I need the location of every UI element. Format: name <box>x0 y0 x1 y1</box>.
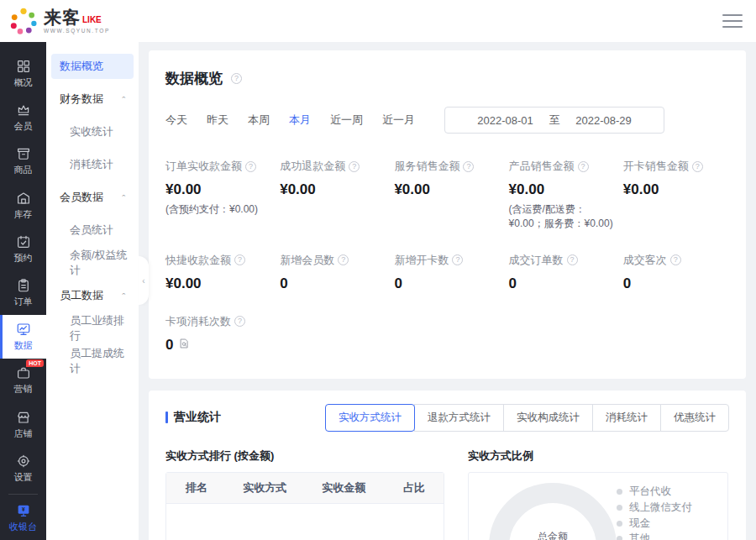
column-method: 实收方式 <box>227 473 302 503</box>
sidebar-item-appointments[interactable]: 预约 <box>0 228 46 271</box>
tab-consumption[interactable]: 消耗统计 <box>592 404 661 432</box>
help-icon[interactable] <box>567 254 578 265</box>
submenu-item-member-stats[interactable]: 会员统计 <box>51 218 134 243</box>
submenu-item-data-overview[interactable]: 数据概览 <box>51 54 134 79</box>
sidebar-item-data[interactable]: 数据 <box>0 315 46 359</box>
tab-income-method[interactable]: 实收方式统计 <box>325 404 415 432</box>
ranking-title: 实收方式排行 (按金额) <box>165 448 444 464</box>
chevron-up-icon: ⌃ <box>120 292 127 299</box>
help-icon[interactable] <box>234 316 245 327</box>
submenu-group-member-data[interactable]: 会员数据 ⌃ <box>51 185 134 210</box>
sidebar-item-settings[interactable]: 设置 <box>0 447 46 490</box>
filter-today[interactable]: 今天 <box>165 113 187 128</box>
sidebar-item-members[interactable]: 会员 <box>0 96 46 139</box>
submenu-group-staff-data[interactable]: 员工数据 ⌃ <box>51 283 134 308</box>
page-title: 数据概览 <box>165 69 223 88</box>
cashier-icon: ¥ <box>16 503 31 518</box>
stat-new-members: 新增会员数 0 <box>280 253 386 292</box>
help-icon[interactable] <box>463 161 474 172</box>
help-icon[interactable] <box>231 73 242 84</box>
submenu-item-consumption-stats[interactable]: 消耗统计 <box>51 152 134 177</box>
filter-this-week[interactable]: 本周 <box>248 113 270 128</box>
column-amount: 实收金额 <box>302 473 385 503</box>
stats-grid: 订单实收款金额 ¥0.00 (含预约支付：¥0.00) 成功退款金额 ¥0.00… <box>165 159 729 354</box>
filter-last-week[interactable]: 近一周 <box>330 113 363 128</box>
stat-quick-payment: 快捷收款金额 ¥0.00 <box>165 253 271 292</box>
table-header-row: 排名 实收方式 实收金额 占比 <box>166 473 444 504</box>
gear-icon <box>16 453 31 469</box>
business-stats-card: 营业统计 实收方式统计 退款方式统计 实收构成统计 消耗统计 优惠统计 实收方式… <box>149 391 746 540</box>
tab-income-composition[interactable]: 实收构成统计 <box>503 404 593 432</box>
stat-customer-visits: 成交客次 0 <box>623 253 729 292</box>
help-icon[interactable] <box>338 254 349 265</box>
business-tabs: 实收方式统计 退款方式统计 实收构成统计 消耗统计 优惠统计 <box>325 404 729 432</box>
date-end-input[interactable] <box>564 114 644 127</box>
stat-new-cards: 新增开卡数 0 <box>394 253 500 292</box>
submenu-item-income-stats[interactable]: 实收统计 <box>51 119 134 144</box>
chevron-up-icon: ⌃ <box>120 96 127 102</box>
submenu-group-finance-data[interactable]: 财务数据 ⌃ <box>51 87 134 112</box>
legend-dot-icon <box>617 536 622 540</box>
warehouse-icon <box>16 191 31 206</box>
sidebar-item-products[interactable]: 商品 <box>0 139 46 183</box>
proportion-title: 实收方式比例 <box>468 448 728 464</box>
help-icon[interactable] <box>578 161 589 172</box>
rail-divider <box>8 494 38 495</box>
filter-yesterday[interactable]: 昨天 <box>207 113 228 128</box>
legend-item[interactable]: 平台代收 <box>617 485 719 501</box>
submenu-item-balance-stats[interactable]: 余额/权益统计 <box>51 250 134 275</box>
stat-product-sales: 产品销售金额 ¥0.00 (含运费/配送费：¥0.00；服务费：¥0.00) <box>509 159 615 231</box>
sidebar-collapse-handle[interactable]: ‹ <box>139 256 149 305</box>
help-icon[interactable] <box>452 254 463 265</box>
ranking-table: 排名 实收方式 实收金额 占比 暂无数据 <box>165 472 444 540</box>
legend-item[interactable]: 其他 <box>617 531 719 540</box>
date-range-picker[interactable]: 至 <box>444 107 664 134</box>
app-logo: 来客 LIKE WWW.SQYUN.TOP <box>8 6 110 36</box>
filter-this-month[interactable]: 本月 <box>289 113 311 128</box>
stat-refund: 成功退款金额 ¥0.00 <box>280 159 386 231</box>
crown-icon <box>16 102 31 118</box>
section-title: 营业统计 <box>174 410 221 425</box>
help-icon[interactable] <box>245 161 256 172</box>
proportion-chart-panel: 总金额 ¥0.00 平台代收 线上微信支付 现金 其他 微信（记账） 支付宝（记… <box>468 472 728 540</box>
date-separator: 至 <box>549 113 560 128</box>
sidebar-item-shop[interactable]: 店铺 <box>0 403 46 447</box>
legend-dot-icon <box>617 505 622 511</box>
briefcase-icon <box>16 365 31 380</box>
storefront-icon <box>16 410 31 425</box>
tab-discount[interactable]: 优惠统计 <box>660 404 729 432</box>
date-filter-row: 今天 昨天 本周 本月 近一周 近一月 至 <box>165 107 729 134</box>
legend-item[interactable]: 线上微信支付 <box>617 500 719 516</box>
sidebar-item-orders[interactable]: 订单 <box>0 271 46 315</box>
filter-last-month[interactable]: 近一月 <box>382 113 415 128</box>
legend-dot-icon <box>617 489 622 495</box>
brand-suffix: LIKE <box>82 16 102 26</box>
date-start-input[interactable] <box>465 114 546 127</box>
legend-item[interactable]: 现金 <box>617 516 719 532</box>
sidebar-item-inventory[interactable]: 库存 <box>0 184 46 228</box>
svg-text:¥: ¥ <box>22 506 25 512</box>
column-rank: 排名 <box>166 473 227 503</box>
stat-card-consumption: 卡项消耗次数 0 <box>165 314 271 354</box>
empty-state: 暂无数据 <box>166 504 444 540</box>
sidebar-item-marketing[interactable]: HOT 营销 <box>0 359 46 402</box>
income-proportion-panel: 实收方式比例 总金额 ¥0.00 平台代收 线上微信支付 现金 <box>468 448 728 540</box>
help-icon[interactable] <box>670 254 681 265</box>
top-bar: 来客 LIKE WWW.SQYUN.TOP <box>0 0 756 42</box>
tab-refund-method[interactable]: 退款方式统计 <box>414 404 504 432</box>
submenu-item-staff-performance[interactable]: 员工业绩排行 <box>51 316 134 341</box>
help-icon[interactable] <box>692 161 703 172</box>
section-accent-bar <box>165 412 168 423</box>
sidebar-item-cashier[interactable]: ¥ 收银台 <box>0 496 46 540</box>
submenu-item-staff-commission[interactable]: 员工提成统计 <box>51 349 134 374</box>
logo-icon <box>8 6 39 36</box>
help-icon[interactable] <box>349 161 360 172</box>
hot-badge: HOT <box>26 359 44 367</box>
sidebar-item-overview[interactable]: 概况 <box>0 52 46 96</box>
column-share: 占比 <box>385 473 444 503</box>
clipboard-icon <box>16 278 31 293</box>
donut-chart: 总金额 ¥0.00 <box>489 483 617 540</box>
help-icon[interactable] <box>234 254 245 265</box>
hamburger-menu-icon[interactable] <box>722 14 743 28</box>
file-search-icon[interactable] <box>178 337 190 354</box>
